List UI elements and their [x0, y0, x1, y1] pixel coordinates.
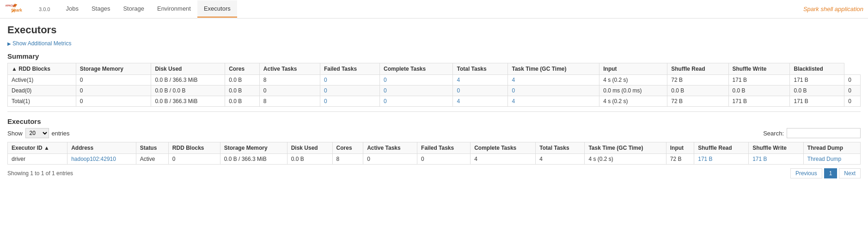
exec-address[interactable]: hadoop102:42910 [67, 154, 136, 165]
exec-tasktime: 4 s (0.2 s) [585, 154, 666, 165]
nav-storage[interactable]: Storage [116, 0, 151, 18]
table-row: driverhadoop102:42910Active00.0 B / 366.… [8, 154, 861, 165]
summary-col-failed[interactable]: Failed Tasks [320, 63, 379, 75]
triangle-icon: ▶ [7, 41, 11, 46]
exec-col-status[interactable]: Status [136, 142, 168, 154]
exec-col-thread-dump[interactable]: Thread Dump [803, 142, 860, 154]
previous-button[interactable]: Previous [790, 168, 822, 178]
summary-cell-rdd_blocks: 0 [76, 86, 151, 96]
summary-cell-task_time: 4 s (0.2 s) [599, 96, 667, 107]
summary-col-shuffle-write[interactable]: Shuffle Write [728, 63, 790, 75]
summary-col-active[interactable]: Active Tasks [259, 63, 320, 75]
summary-row-label: Active(1) [8, 75, 76, 86]
show-label: Show [7, 130, 23, 137]
exec-complete: 4 [471, 154, 536, 165]
section-divider [7, 111, 861, 112]
exec-col-rdd[interactable]: RDD Blocks [168, 142, 220, 154]
exec-col-storage[interactable]: Storage Memory [220, 142, 287, 154]
svg-text:Spark: Spark [11, 8, 22, 12]
summary-cell-shuffle_read: 171 B [728, 75, 790, 86]
pagination: Previous 1 Next [790, 168, 861, 178]
table-controls-bottom: Showing 1 to 1 of 1 entries Previous 1 N… [7, 168, 861, 178]
summary-col-storage[interactable]: Storage Memory [76, 63, 151, 75]
page-1-button[interactable]: 1 [824, 168, 837, 178]
executors-table: Executor ID ▲ Address Status RDD Blocks … [7, 142, 861, 165]
show-metrics-label: Show Additional Metrics [12, 40, 71, 47]
summary-cell-total_tasks[interactable]: 4 [508, 96, 599, 107]
exec-shuffle-write[interactable]: 171 B [749, 154, 804, 165]
summary-cell-total_tasks[interactable]: 4 [508, 75, 599, 86]
exec-col-complete[interactable]: Complete Tasks [471, 142, 536, 154]
summary-col-blacklisted[interactable]: Blacklisted [790, 63, 844, 75]
summary-cell-task_time: 0.0 ms (0.0 ms) [599, 86, 667, 96]
summary-col-shuffle-read[interactable]: Shuffle Read [667, 63, 728, 75]
summary-cell-disk_used: 0.0 B [225, 86, 260, 96]
summary-cell-shuffle_read: 171 B [728, 96, 790, 107]
summary-col-disk[interactable]: Disk Used [151, 63, 225, 75]
search-box: Search: [763, 128, 861, 138]
exec-col-tasktime[interactable]: Task Time (GC Time) [585, 142, 666, 154]
summary-cell-shuffle_write: 171 B [790, 75, 844, 86]
summary-col-complete[interactable]: Complete Tasks [380, 63, 453, 75]
exec-col-shuffle-read[interactable]: Shuffle Read [694, 142, 749, 154]
table-controls-top: Show 102050100 entries Search: [7, 128, 861, 138]
nav-environment[interactable]: Environment [151, 0, 197, 18]
nav-executors[interactable]: Executors [197, 0, 237, 18]
version-label: 3.0.0 [39, 6, 50, 12]
exec-col-address[interactable]: Address [67, 142, 136, 154]
summary-cell-total_tasks[interactable]: 0 [508, 86, 599, 96]
summary-col-tasktime[interactable]: Task Time (GC Time) [508, 63, 599, 75]
page-title: Executors [7, 24, 861, 36]
summary-cell-complete_tasks[interactable]: 4 [453, 75, 508, 86]
exec-cores: 8 [332, 154, 363, 165]
showing-text: Showing 1 to 1 of 1 entries [7, 170, 73, 177]
summary-cell-active_tasks[interactable]: 0 [320, 96, 379, 107]
summary-cell-shuffle_write: 0.0 B [790, 86, 844, 96]
search-label: Search: [763, 130, 784, 137]
summary-cell-complete_tasks[interactable]: 0 [453, 86, 508, 96]
summary-cell-rdd_blocks: 0 [76, 75, 151, 86]
summary-row-label: Total(1) [8, 96, 76, 107]
exec-col-active[interactable]: Active Tasks [363, 142, 417, 154]
summary-col-rdd[interactable]: ▲ RDD Blocks [8, 63, 76, 75]
brand: APACHE Spark 3.0.0 [5, 2, 50, 16]
next-button[interactable]: Next [839, 168, 861, 178]
exec-col-cores[interactable]: Cores [332, 142, 363, 154]
nav-stages[interactable]: Stages [85, 0, 116, 18]
exec-col-failed[interactable]: Failed Tasks [417, 142, 471, 154]
summary-cell-failed_tasks[interactable]: 0 [380, 86, 453, 96]
exec-total: 4 [536, 154, 585, 165]
exec-col-id[interactable]: Executor ID ▲ [8, 142, 67, 154]
summary-col-cores[interactable]: Cores [225, 63, 260, 75]
exec-col-input[interactable]: Input [666, 142, 694, 154]
summary-cell-complete_tasks[interactable]: 4 [453, 96, 508, 107]
summary-cell-active_tasks[interactable]: 0 [320, 75, 379, 86]
summary-cell-task_time: 4 s (0.2 s) [599, 75, 667, 86]
summary-cell-blacklisted: 0 [844, 96, 861, 107]
app-title-prefix: Spark shell [803, 6, 833, 12]
exec-input: 72 B [666, 154, 694, 165]
exec-col-shuffle-write[interactable]: Shuffle Write [749, 142, 804, 154]
summary-heading: Summary [7, 52, 861, 60]
summary-row-label: Dead(0) [8, 86, 76, 96]
search-input[interactable] [787, 128, 861, 138]
svg-text:APACHE: APACHE [6, 4, 16, 7]
summary-col-total[interactable]: Total Tasks [453, 63, 508, 75]
summary-col-input[interactable]: Input [599, 63, 667, 75]
page-content: Executors ▶Show Additional Metrics Summa… [0, 18, 868, 184]
exec-col-total[interactable]: Total Tasks [536, 142, 585, 154]
nav-jobs[interactable]: Jobs [59, 0, 85, 18]
summary-cell-shuffle_read: 0.0 B [728, 86, 790, 96]
summary-cell-disk_used: 0.0 B [225, 75, 260, 86]
summary-cell-failed_tasks[interactable]: 0 [380, 96, 453, 107]
exec-thread-dump[interactable]: Thread Dump [803, 154, 860, 165]
summary-cell-failed_tasks[interactable]: 0 [380, 75, 453, 86]
show-metrics-link[interactable]: ▶Show Additional Metrics [7, 40, 71, 47]
summary-cell-cores: 8 [259, 75, 320, 86]
entries-select[interactable]: 102050100 [25, 128, 49, 138]
summary-cell-storage_memory: 0.0 B / 0.0 B [151, 86, 225, 96]
exec-shuffle-read[interactable]: 171 B [694, 154, 749, 165]
summary-cell-input: 72 B [667, 96, 728, 107]
summary-cell-active_tasks[interactable]: 0 [320, 86, 379, 96]
exec-col-disk[interactable]: Disk Used [287, 142, 332, 154]
